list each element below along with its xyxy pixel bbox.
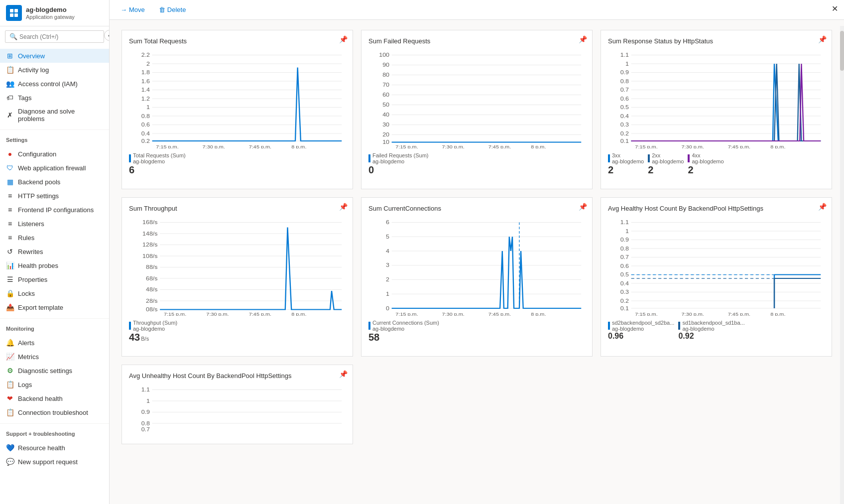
move-button[interactable]: → Move [118,4,148,15]
chart-body: 1.1 1 0.9 0.8 0.7 [129,383,346,433]
legend-item: 2xxag-blogdemo 2 [648,152,684,176]
svg-text:100: 100 [379,52,389,58]
frontend-ip-icon: ≡ [6,206,14,214]
svg-text:7:15 p.m.: 7:15 p.m. [395,144,418,148]
tags-icon: 🏷 [6,94,14,102]
sidebar-item-rules[interactable]: ≡ Rules [0,231,109,245]
http-settings-icon: ≡ [6,192,14,200]
sidebar-item-http-settings[interactable]: ≡ HTTP settings [0,189,109,203]
pin-icon[interactable]: 📌 [339,370,348,378]
sidebar-item-backend-pools[interactable]: ▦ Backend pools [0,175,109,189]
svg-text:0.8: 0.8 [620,246,629,252]
diagnose-icon: ✗ [6,111,14,119]
scrollbar-thumb[interactable] [840,31,844,71]
sidebar-item-connection-troubleshoot[interactable]: 📋 Connection troubleshoot [0,405,109,419]
sidebar-item-backend-health[interactable]: ❤ Backend health [0,391,109,405]
legend-item: Throughput (Sum)ag-blogdemo 43 B/s [129,320,177,343]
sidebar-item-new-support-request[interactable]: 💬 New support request [0,455,109,469]
sidebar-item-label: Rules [18,234,34,242]
svg-text:7:45 p.m.: 7:45 p.m. [249,312,271,316]
sidebar-item-resource-health[interactable]: 💙 Resource health [0,441,109,455]
svg-text:7:30 p.m.: 7:30 p.m. [442,312,465,316]
sidebar-item-overview[interactable]: ⊞ Overview [0,49,109,63]
sidebar-item-waf[interactable]: 🛡 Web application firewall [0,161,109,175]
configuration-icon: ● [6,150,14,158]
pin-icon[interactable]: 📌 [579,203,587,211]
overview-icon: ⊞ [6,52,14,60]
pin-icon[interactable]: 📌 [339,35,348,43]
chart-avg-healthy-host: Avg Healthy Host Count By BackendPool Ht… [601,197,832,357]
svg-text:7:30 p.m.: 7:30 p.m. [206,312,229,316]
svg-text:2: 2 [386,277,389,282]
sidebar-item-listeners[interactable]: ≡ Listeners [0,217,109,231]
backend-health-icon: ❤ [6,394,14,402]
svg-text:0.4: 0.4 [620,114,629,119]
content-area: Sum Total Requests 📌 [110,20,844,504]
sidebar-item-diagnostic-settings[interactable]: ⚙ Diagnostic settings [0,364,109,378]
sidebar-item-logs[interactable]: 📋 Logs [0,378,109,391]
sidebar-item-label: Diagnose and solve problems [18,108,103,123]
topbar: → Move 🗑 Delete [110,0,844,20]
svg-text:60: 60 [382,92,389,98]
sidebar-item-diagnose[interactable]: ✗ Diagnose and solve problems [0,105,109,126]
delete-button[interactable]: 🗑 Delete [156,4,189,15]
support-nav: 💙 Resource health 💬 New support request [0,439,109,471]
sidebar-item-configuration[interactable]: ● Configuration [0,147,109,161]
sidebar-collapse-button[interactable]: « [104,30,110,41]
pin-icon[interactable]: 📌 [579,35,587,43]
search-box[interactable]: 🔍 [5,30,104,43]
chart-sum-current-connections: Sum CurrentConnections 📌 6 5 4 3 [361,197,593,357]
window-close-button[interactable]: ✕ [832,4,838,13]
chart-title: Sum Failed Requests [368,37,585,45]
sidebar-item-alerts[interactable]: 🔔 Alerts [0,336,109,350]
svg-text:1: 1 [625,229,629,234]
svg-text:7:15 p.m.: 7:15 p.m. [164,312,186,316]
svg-text:1.4: 1.4 [141,87,150,93]
sidebar-item-frontend-ip[interactable]: ≡ Frontend IP configurations [0,203,109,217]
sidebar-header: ag-blogdemo Application gateway [0,0,109,26]
settings-section-label: Settings [0,132,109,145]
svg-text:168/s: 168/s [142,220,158,225]
sidebar-item-export-template[interactable]: 📤 Export template [0,300,109,314]
svg-text:0.6: 0.6 [620,263,629,269]
pin-icon[interactable]: 📌 [818,35,827,43]
sidebar-item-properties[interactable]: ☰ Properties [0,272,109,286]
svg-text:7:15 p.m.: 7:15 p.m. [395,312,418,316]
sidebar-item-tags[interactable]: 🏷 Tags [0,91,109,105]
sidebar-item-access-control[interactable]: 👥 Access control (IAM) [0,77,109,91]
charts-grid: Sum Total Requests 📌 [121,30,832,444]
svg-text:108/s: 108/s [142,253,158,259]
sidebar-item-activity-log[interactable]: 📋 Activity log [0,63,109,77]
chart-legend: 3xxag-blogdemo 2 2xxag-blogdemo 2 [608,152,825,176]
support-section-label: Support + troubleshooting [0,426,109,439]
svg-text:0.8: 0.8 [141,114,150,119]
sidebar-item-metrics[interactable]: 📈 Metrics [0,350,109,364]
connection-troubleshoot-icon: 📋 [6,408,14,416]
sidebar-item-locks[interactable]: 🔒 Locks [0,286,109,300]
monitoring-section-label: Monitoring [0,321,109,334]
svg-text:0.5: 0.5 [620,105,629,110]
search-input[interactable] [19,33,100,40]
legend-item: 4xxag-blogdemo 2 [688,152,723,176]
sidebar-item-label: Frontend IP configurations [18,206,94,214]
app-subtitle: Application gateway [26,14,75,20]
svg-text:8 p.m.: 8 p.m. [770,144,785,148]
rules-icon: ≡ [6,234,14,242]
pin-icon[interactable]: 📌 [818,203,827,211]
scrollbar[interactable] [840,26,844,504]
chart-title: Sum CurrentConnections [368,205,585,212]
svg-text:40: 40 [382,112,389,118]
sidebar-item-rewrites[interactable]: ↺ Rewrites [0,245,109,258]
svg-text:0.5: 0.5 [620,272,629,277]
pin-icon[interactable]: 📌 [339,203,348,211]
svg-text:0.4: 0.4 [620,281,629,286]
svg-text:1.1: 1.1 [620,52,629,58]
sidebar-item-label: Properties [18,276,47,283]
sidebar-item-label: Alerts [18,339,34,347]
svg-text:5: 5 [386,234,389,240]
svg-text:0.2: 0.2 [620,298,629,304]
chart-legend: sd2backendpool_sd2ba...ag-blogdemo 0.96 … [608,320,825,341]
svg-text:0.2: 0.2 [141,138,150,144]
sidebar-item-health-probes[interactable]: 📊 Health probes [0,258,109,272]
sidebar-item-label: Diagnostic settings [18,367,72,375]
